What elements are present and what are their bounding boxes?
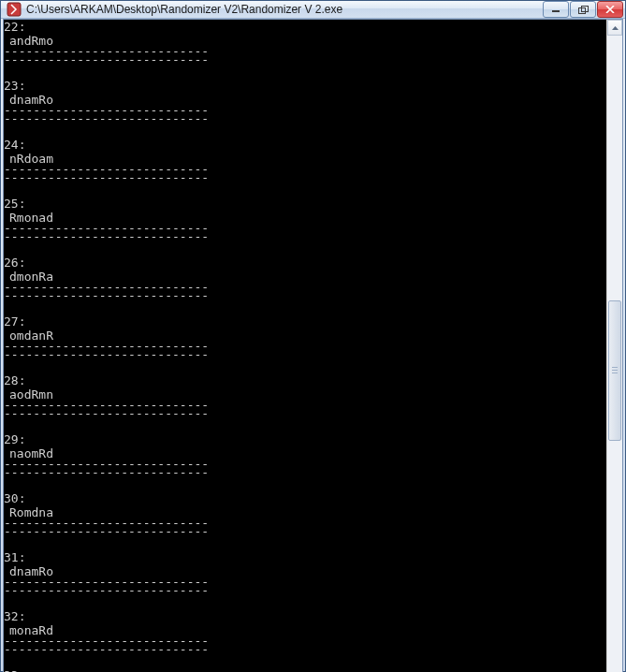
separator-line: ---------------------------- — [4, 519, 606, 527]
entry-number: 32: — [4, 609, 606, 623]
separator-line: ---------------------------- — [4, 402, 606, 409]
entry-value: aodRmn — [4, 387, 606, 402]
entry-value: naomRd — [4, 446, 606, 460]
blank-line — [4, 65, 606, 79]
maximize-button[interactable] — [570, 1, 596, 18]
entry-number: 22: — [4, 20, 606, 34]
separator-line: ---------------------------- — [4, 107, 606, 114]
blank-line — [4, 536, 606, 550]
blank-line — [4, 595, 606, 609]
scroll-thumb[interactable] — [608, 300, 621, 441]
entry-number: 24: — [4, 138, 606, 152]
entry-number: 27: — [4, 314, 606, 329]
separator-line: ---------------------------- — [4, 409, 606, 418]
entry-value: monaRd — [4, 623, 606, 637]
scroll-track[interactable] — [607, 36, 622, 672]
entry-value: dnamRo — [4, 564, 606, 578]
blank-line — [4, 241, 606, 256]
entry-number: 33: — [4, 668, 606, 672]
entry-number: 26: — [4, 256, 606, 270]
separator-line: ---------------------------- — [4, 173, 606, 183]
separator-line: ---------------------------- — [4, 527, 606, 536]
svg-rect-1 — [552, 10, 560, 12]
separator-line: ---------------------------- — [4, 291, 606, 300]
entry-value: andRmo — [4, 34, 606, 48]
separator-line: ---------------------------- — [4, 48, 606, 55]
blank-line — [4, 477, 606, 491]
separator-line: ---------------------------- — [4, 55, 606, 65]
titlebar[interactable]: C:\Users\ARKAM\Desktop\Randomizer V2\Ran… — [1, 1, 625, 19]
entry-value: dnamRo — [4, 93, 606, 107]
close-button[interactable] — [597, 1, 623, 18]
window-frame: C:\Users\ARKAM\Desktop\Randomizer V2\Ran… — [0, 0, 626, 672]
separator-line: ---------------------------- — [4, 460, 606, 468]
separator-line: ---------------------------- — [4, 225, 606, 232]
separator-line: ---------------------------- — [4, 350, 606, 359]
vertical-scrollbar[interactable] — [606, 20, 622, 672]
entry-value: omdanR — [4, 329, 606, 343]
entry-value: Rmonad — [4, 211, 606, 225]
window-controls — [543, 1, 623, 18]
console-output: 22:andRmo-------------------------------… — [4, 20, 606, 672]
blank-line — [4, 418, 606, 432]
blank-line — [4, 183, 606, 197]
entry-number: 30: — [4, 491, 606, 505]
blank-line — [4, 124, 606, 138]
entry-value: nRdoam — [4, 152, 606, 166]
separator-line: ---------------------------- — [4, 637, 606, 645]
app-icon — [7, 2, 22, 17]
entry-number: 25: — [4, 197, 606, 211]
blank-line — [4, 300, 606, 314]
blank-line — [4, 654, 606, 668]
separator-line: ---------------------------- — [4, 284, 606, 291]
separator-line: ---------------------------- — [4, 114, 606, 124]
separator-line: ---------------------------- — [4, 232, 606, 241]
scroll-up-button[interactable] — [607, 20, 622, 36]
separator-line: ---------------------------- — [4, 578, 606, 586]
separator-line: ---------------------------- — [4, 468, 606, 477]
separator-line: ---------------------------- — [4, 343, 606, 350]
entry-number: 23: — [4, 79, 606, 93]
blank-line — [4, 359, 606, 373]
entry-number: 31: — [4, 550, 606, 564]
entry-value: Romdna — [4, 505, 606, 519]
minimize-button[interactable] — [543, 1, 569, 18]
window-title: C:\Users\ARKAM\Desktop\Randomizer V2\Ran… — [26, 3, 543, 16]
separator-line: ---------------------------- — [4, 645, 606, 654]
svg-rect-0 — [7, 3, 21, 16]
entry-number: 28: — [4, 373, 606, 387]
entry-value: dmonRa — [4, 270, 606, 284]
separator-line: ---------------------------- — [4, 586, 606, 595]
client-area: 22:andRmo-------------------------------… — [3, 19, 623, 672]
separator-line: ---------------------------- — [4, 166, 606, 173]
entry-number: 29: — [4, 432, 606, 446]
